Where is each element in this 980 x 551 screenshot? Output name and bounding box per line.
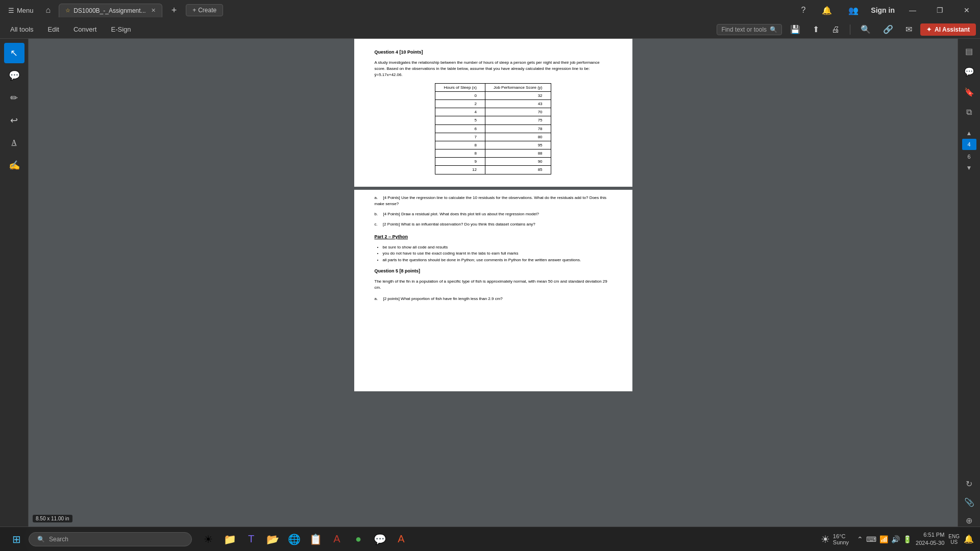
taskbar-whatsapp[interactable]: 💬: [370, 529, 390, 549]
refresh-button[interactable]: ↻: [961, 475, 977, 492]
clipboard-icon: 📋: [309, 533, 322, 545]
home-icon: ⌂: [46, 6, 51, 14]
minimize-button[interactable]: —: [903, 4, 922, 16]
right-comment-button[interactable]: 💬: [961, 63, 977, 80]
bookmark-button[interactable]: 🔖: [961, 84, 977, 100]
page-navigation: ▲ 4 6 ▼: [962, 129, 976, 172]
undo-tool-button[interactable]: ↩: [4, 110, 24, 131]
files-icon: 📂: [266, 533, 279, 545]
layers-button[interactable]: ⧉: [961, 104, 977, 120]
weather-desc: Sunny: [833, 539, 849, 545]
comment-tool-button[interactable]: 💬: [4, 65, 24, 86]
edit-menu[interactable]: Edit: [42, 23, 65, 35]
teams-icon: T: [248, 533, 254, 545]
table-row: 678: [435, 124, 551, 133]
whatsapp-icon: 💬: [374, 533, 386, 545]
notification-center-icon[interactable]: 🔔: [964, 534, 974, 544]
taskbar-adobe[interactable]: A: [391, 529, 411, 549]
search-toolbar[interactable]: Find text or tools 🔍: [717, 24, 782, 35]
layers-icon: ⧉: [966, 108, 972, 117]
volume-icon[interactable]: 🔊: [891, 535, 900, 543]
close-button[interactable]: ✕: [958, 4, 976, 16]
clock-widget[interactable]: 6:51 PM 2024-05-30: [916, 531, 944, 547]
attachment-button[interactable]: 📎: [961, 494, 977, 510]
ai-icon: ✦: [926, 26, 932, 33]
search-toolbar-text: Find text or tools: [721, 26, 767, 33]
document-scroll[interactable]: Question 4 [10 Points] A study investiga…: [29, 39, 958, 551]
q5a-text: [2 points] What proportion of fish have …: [383, 296, 502, 301]
menu-button[interactable]: ☰ Menu: [4, 5, 38, 16]
sign-in-button[interactable]: Sign in: [871, 6, 895, 14]
stamp-icon: ✍: [9, 160, 20, 171]
explorer-icon: 📁: [224, 533, 236, 545]
convert-menu[interactable]: Convert: [67, 23, 103, 35]
sub-b-text: [4 Points] Draw a residual plot. What do…: [383, 212, 539, 216]
sub-b-label: b.: [375, 212, 378, 216]
question4-text: A study investigates the relationship be…: [375, 60, 612, 78]
taskbar: ⊞ 🔍 Search ☀ 📁 T 📂 🌐 📋 A ● 💬: [0, 527, 980, 551]
ai-assistant-button[interactable]: ✦ AI Assistant: [920, 23, 976, 36]
right-sidebar: ▤ 💬 🔖 ⧉ ▲ 4 6 ▼ ↻ 📎 ⊕ ⊖: [958, 39, 980, 551]
taskbar-clipboard[interactable]: 📋: [305, 529, 326, 549]
new-tab-icon: +: [172, 5, 177, 15]
taskbar-edge[interactable]: 🌐: [284, 529, 304, 549]
notification-button[interactable]: 🔔: [818, 4, 836, 17]
sun-icon: ☀: [821, 533, 830, 545]
keyboard-icon[interactable]: ⌨: [866, 535, 876, 543]
attachment-icon: 📎: [964, 497, 974, 507]
save-button[interactable]: 💾: [786, 22, 804, 36]
search-toolbar-icon: 🔍: [770, 26, 777, 33]
table-row: 1285: [435, 166, 551, 174]
taskbar-files[interactable]: 📂: [262, 529, 283, 549]
page-4-button[interactable]: 4: [962, 139, 976, 150]
upload-button[interactable]: ⬆: [808, 22, 823, 36]
y-value: 95: [485, 141, 551, 149]
taskbar-search-icon: 🔍: [37, 536, 45, 543]
wifi-icon[interactable]: 📶: [879, 535, 888, 543]
help-button[interactable]: ?: [797, 4, 810, 17]
taskbar-acrobat[interactable]: A: [327, 529, 347, 549]
x-value: 2: [435, 99, 485, 108]
esign-menu[interactable]: E-Sign: [105, 23, 137, 35]
home-button[interactable]: ⌂: [42, 4, 55, 17]
textbox-tool-button[interactable]: A: [4, 133, 24, 153]
date-display: 2024-05-30: [916, 539, 944, 547]
maximize-button[interactable]: ❐: [930, 4, 949, 16]
question5-text: The length of the fin in a population of…: [375, 279, 612, 291]
zoom-button[interactable]: 🔍: [856, 22, 875, 36]
tab-close-button[interactable]: ✕: [151, 7, 156, 14]
menu-bar-right: Find text or tools 🔍 💾 ⬆ 🖨 🔍 🔗 ✉ ✦ AI As…: [717, 22, 976, 36]
chevron-up-icon[interactable]: ⌃: [857, 535, 863, 543]
y-value: 78: [485, 124, 551, 133]
zoom-in-icon: ⊕: [966, 516, 972, 525]
alltools-menu[interactable]: All tools: [4, 23, 40, 35]
q5a-label: a.: [375, 296, 378, 301]
taskbar-explorer[interactable]: 📁: [219, 529, 240, 549]
weather-info: 16°C Sunny: [833, 533, 849, 545]
print-button[interactable]: 🖨: [827, 23, 844, 36]
page-down-button[interactable]: ▼: [965, 163, 973, 172]
page-6-button[interactable]: 6: [962, 151, 976, 162]
battery-icon[interactable]: 🔋: [903, 535, 912, 543]
comment-icon: 💬: [9, 70, 20, 81]
panel-toggle-button[interactable]: ▤: [961, 43, 977, 59]
draw-tool-button[interactable]: ✏: [4, 88, 24, 108]
sub-a-label: a.: [375, 195, 378, 200]
question5-title: Question 5 [8 points]: [375, 268, 612, 274]
link-button[interactable]: 🔗: [879, 22, 897, 36]
start-button[interactable]: ⊞: [6, 529, 27, 549]
select-tool-button[interactable]: ↖: [4, 43, 24, 63]
taskbar-weather[interactable]: ☀: [198, 529, 218, 549]
browser-tab[interactable]: ☆ DS1000B_-_Assignment... ✕: [59, 4, 162, 17]
new-tab-button[interactable]: +: [166, 3, 182, 18]
taskbar-teams[interactable]: T: [241, 529, 261, 549]
people-button[interactable]: 👥: [844, 4, 863, 17]
create-button[interactable]: + Create: [186, 4, 223, 16]
language-indicator[interactable]: ENG US: [948, 534, 960, 545]
pencil-icon: ✏: [10, 92, 18, 104]
taskbar-search[interactable]: 🔍 Search: [29, 532, 192, 546]
page-up-button[interactable]: ▲: [965, 129, 973, 138]
taskbar-chrome[interactable]: ●: [348, 529, 369, 549]
stamp-tool-button[interactable]: ✍: [4, 155, 24, 176]
mail-button[interactable]: ✉: [901, 22, 916, 36]
